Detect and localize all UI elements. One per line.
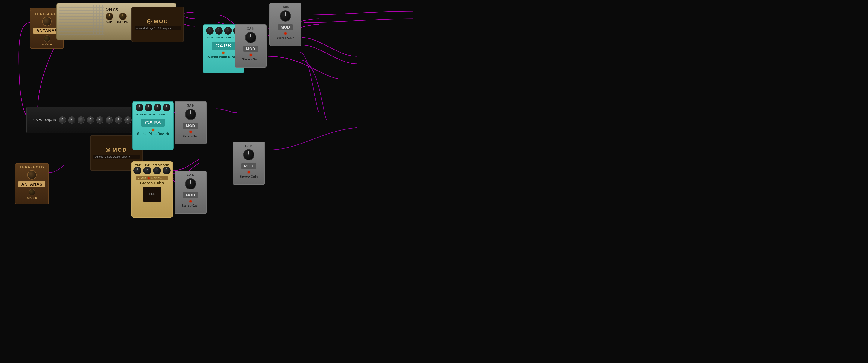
mod-gain-far-right-top-sublabel: Stereo Gain [276,36,294,40]
caps-reverb-mid-mix-knob[interactable] [163,104,170,111]
abgate-bottom-sublabel: abGate [27,196,37,200]
caps-reverb-top-knob-label-contrs: CONTRS [226,36,236,39]
echo-time-label: TIME [134,164,142,167]
caps-reverb-mid-label: Stereo Plate Reverb [137,132,169,136]
mod-gain-bottom-right: GAIN MOD Stereo Gain [233,142,265,185]
mod-cab-bottom-status: ⊕ modelvintage 2x12 ②output ● [93,155,140,159]
abgate-bottom-threshold-label: THRESHOLD [20,165,44,169]
echo-level-label: LEVEL [144,164,151,167]
mod-gain-top-right-knob[interactable] [245,32,256,43]
onyx-clipping-label: CLIPPING [117,21,128,23]
mod-gain-bottom-far-badge: MOD [183,192,198,198]
echo-led [148,177,150,179]
abgate-top-threshold-knob[interactable] [42,17,52,26]
stereo-echo-knob-labels: TIME LEVEL REPEAT TONE [134,164,170,167]
stereo-echo-main-label: Stereo Echo [140,181,164,185]
mod-gain-bottom-right-gain-label: GAIN [245,144,252,147]
mod-gain-top-right-sublabel: Stereo Gain [242,58,259,61]
mod-gain-bottom-right-knob[interactable] [243,149,254,160]
mod-cab-top-status: ⊕ modelvintage 2x12 ②output ● [135,26,181,30]
caps-ampvts-knob-bass[interactable] [68,117,75,124]
caps-reverb-mid-badge: CAPS [141,119,165,127]
caps-reverb-top-contrs-knob[interactable] [224,27,232,35]
mod-gain-mid-right-sublabel: Stereo Gain [182,134,199,138]
echo-output-label: OUTPUT ► [151,177,162,179]
mod-gain-far-right-top-gain-label: GAIN [282,5,289,9]
echo-repeat-knob[interactable] [153,167,161,174]
abgate-bottom-small-knob[interactable] [29,189,35,196]
caps-ampvts-knobs [59,117,141,124]
abgate-top-small-knob[interactable] [44,35,50,42]
caps-reverb-mid-decay-knob[interactable] [136,104,143,111]
mod-gain-mid-right-badge: MOD [183,123,198,129]
echo-input-label: ◄ INPUT [137,177,146,179]
abgate-top-threshold-label: THRESHOLD [35,12,59,16]
caps-reverb-mid-led [152,129,154,131]
mod-gain-far-right-top-knob[interactable] [280,10,291,22]
caps-reverb-mid-knob-label-mix: MIX [166,113,170,116]
caps-reverb-mid-damping-knob[interactable] [145,104,152,111]
mod-gain-bottom-right-badge: MOD [241,163,256,169]
caps-ampvts-knob-gain[interactable] [96,117,103,124]
mod-gain-bottom-right-led [248,171,250,173]
echo-tone-knob[interactable] [163,167,171,174]
mod-gain-mid-right-knob[interactable] [185,109,196,120]
caps-reverb-mid: DECAY DAMPING CONTRS MIX CAPS Stereo Pla… [132,101,174,150]
mod-gain-mid-right-led [189,131,192,133]
mod-cab-top: ⊕ MOD ⊕ modelvintage 2x12 ②output ● [131,6,184,42]
mod-gain-top-right-led [250,54,252,56]
mod-logo-circle-top: ⊕ [147,19,152,24]
caps-ampvts-knob-source[interactable] [124,117,132,124]
caps-reverb-top-knob-label-damping: DAMPING [215,36,225,39]
stereo-echo-tap-button[interactable]: TAP [143,187,161,202]
caps-ampvts-knob-bright[interactable] [106,117,113,124]
mod-gain-mid-right: GAIN MOD Stereo Gain [175,101,207,144]
mod-gain-top-right-gain-label: GAIN [247,27,254,30]
mod-cab-bottom-logo: MOD [113,147,127,153]
caps-ampvts-knob-mid[interactable] [78,117,85,124]
caps-reverb-mid-knob-label-contrs: CONTRS [156,113,165,116]
echo-time-knob[interactable] [133,167,142,174]
caps-ampvts-knob-input[interactable] [59,117,66,124]
caps-ampvts-knob-treble[interactable] [87,117,94,124]
mod-gain-mid-right-gain-label: GAIN [187,104,194,107]
mod-gain-top-right: GAIN MOD Stereo Gain [235,24,267,68]
onyx-gain-knob[interactable] [106,12,113,20]
mod-gain-far-right-top-badge: MOD [278,24,293,30]
caps-ampvts-brand: CAPS [33,119,42,122]
mod-gain-bottom-far-sublabel: Stereo Gain [182,204,199,208]
caps-reverb-top-decay-knob[interactable] [206,27,214,35]
caps-ampvts: CAPS AmpVTS Stanford [26,107,131,133]
caps-reverb-top-knob-label-decay: DECAY [206,36,214,39]
mod-gain-bottom-far-knob[interactable] [185,178,196,190]
caps-ampvts-model: AmpVTS [45,119,56,122]
stereo-echo-knobs [133,167,171,174]
mod-gain-far-right-top: GAIN MOD Stereo Gain [270,3,301,46]
onyx-clipping-knob[interactable] [119,12,127,20]
caps-ampvts-knob-attack[interactable] [115,117,122,124]
stereo-echo: TIME LEVEL REPEAT TONE ◄ INPUT OUTPUT ► … [131,161,173,218]
caps-reverb-top-damping-knob[interactable] [215,27,223,35]
echo-tone-label: TONE [162,164,170,167]
abgate-top-sublabel: abGate [42,43,52,46]
mod-gain-bottom-far: GAIN MOD Stereo Gain [175,171,207,214]
mod-gain-bottom-far-gain-label: GAIN [187,173,194,177]
mod-cab-top-logo: MOD [154,19,168,24]
mod-gain-top-right-badge: MOD [243,46,258,52]
onyx-grille [59,5,104,35]
echo-level-knob[interactable] [143,167,151,174]
mod-gain-far-right-top-led [284,32,286,35]
caps-reverb-top-led [222,52,224,54]
mod-gain-bottom-far-led [189,200,192,202]
echo-repeat-label: REPEAT [153,164,161,167]
stereo-echo-io-bar: ◄ INPUT OUTPUT ► [136,176,168,180]
caps-reverb-mid-contrs-knob[interactable] [154,104,161,111]
abgate-bottom-badge: ANTANAS [19,181,45,188]
abgate-bottom-threshold-knob[interactable] [27,170,37,179]
caps-reverb-mid-knobs [136,104,170,111]
caps-reverb-mid-knob-label-damping: DAMPING [144,113,155,116]
onyx-gain-label: GAIN [106,21,113,23]
mod-logo-circle-bottom: ⊕ [106,147,110,152]
mod-gain-bottom-right-sublabel: Stereo Gain [240,175,257,178]
caps-reverb-mid-knob-label-decay: DECAY [135,113,143,116]
